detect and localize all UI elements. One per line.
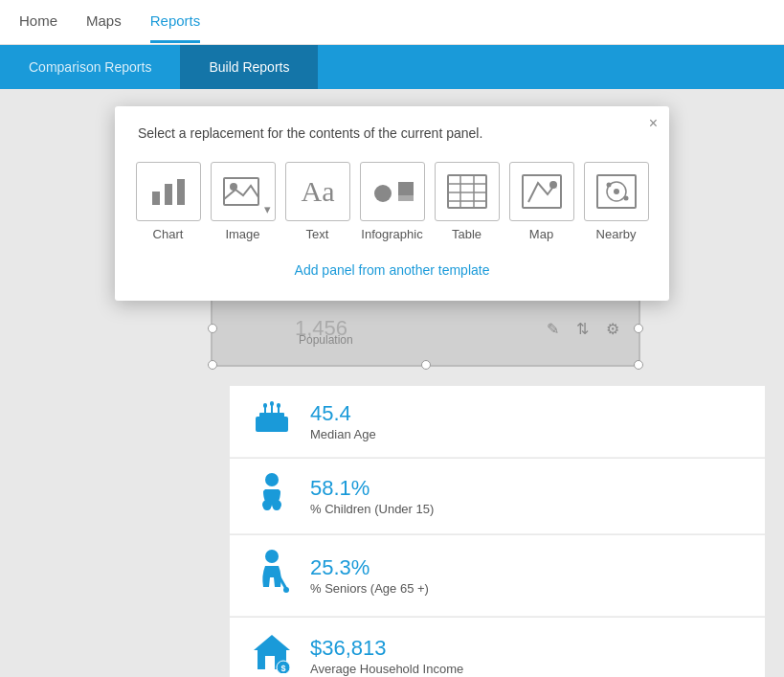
stat-children-values: 58.1% % Children (Under 15) (310, 476, 434, 516)
sub-nav: Comparison Reports Build Reports (0, 45, 784, 89)
nearby-icon-box (584, 162, 649, 221)
stat-income-label: Average Household Income (310, 662, 463, 676)
resize-handle-br[interactable] (634, 360, 643, 370)
panel-type-icons: Chart ▾ Image Aa (138, 162, 646, 241)
map-icon-box (509, 162, 574, 221)
image-icon (222, 174, 264, 209)
panel-type-table[interactable]: Table (435, 162, 500, 241)
panel-type-nearby[interactable]: Nearby (584, 162, 649, 241)
svg-point-41 (283, 587, 289, 593)
settings-icon[interactable]: ⚙ (606, 320, 619, 338)
add-panel-link[interactable]: Add panel from another template (138, 262, 646, 278)
svg-rect-1 (165, 184, 172, 205)
svg-text:$: $ (280, 664, 285, 673)
table-icon-box (435, 162, 500, 221)
modal-close-button[interactable]: × (649, 116, 658, 131)
svg-point-34 (265, 473, 279, 486)
text-label: Text (306, 227, 329, 241)
report-panel: 1,456 ✎ ⇅ ⚙ Population (211, 290, 640, 367)
svg-point-19 (614, 189, 619, 194)
subnav-comparison-reports[interactable]: Comparison Reports (0, 45, 180, 89)
chart-icon-box (136, 162, 201, 221)
svg-point-6 (374, 185, 392, 202)
svg-rect-15 (523, 175, 561, 208)
map-label: Map (529, 227, 553, 241)
stat-row-seniors: 25.3% % Seniors (Age 65 +) (230, 535, 765, 617)
resize-handle-bl[interactable] (208, 360, 217, 370)
panel-type-infographic[interactable]: Infographic (360, 162, 425, 241)
panel-type-text[interactable]: Aa Text (285, 162, 350, 241)
svg-point-37 (263, 503, 271, 510)
edit-icon[interactable]: ✎ (547, 320, 559, 338)
text-icon-box: Aa (285, 162, 350, 221)
panel-type-map[interactable]: Map (509, 162, 574, 241)
svg-rect-3 (224, 178, 258, 205)
house-icon: $ (249, 631, 295, 677)
svg-text:Aa: Aa (301, 175, 334, 207)
svg-rect-0 (152, 192, 160, 205)
svg-rect-31 (263, 403, 267, 408)
stat-median-age-label: Median Age (310, 427, 376, 441)
nav-maps[interactable]: Maps (86, 1, 122, 43)
svg-rect-33 (277, 403, 280, 408)
svg-point-38 (273, 503, 280, 510)
svg-rect-2 (177, 179, 185, 205)
sort-icon[interactable]: ⇅ (576, 320, 589, 338)
population-label: Population (299, 333, 353, 347)
stat-income-value: $36,813 (310, 636, 463, 661)
stat-seniors-values: 25.3% % Seniors (Age 65 +) (310, 555, 429, 596)
svg-rect-43 (265, 656, 275, 669)
svg-point-21 (623, 196, 628, 201)
map-icon (521, 173, 563, 210)
stat-seniors-label: % Seniors (Age 65 +) (310, 581, 429, 596)
stat-row-income: $ $36,813 Average Household Income (230, 618, 765, 677)
nav-home[interactable]: Home (19, 1, 57, 43)
stat-income-values: $36,813 Average Household Income (310, 636, 463, 676)
nearby-label: Nearby (596, 227, 637, 241)
panel-type-image[interactable]: ▾ Image (211, 162, 276, 241)
table-label: Table (452, 227, 482, 241)
svg-rect-32 (270, 401, 274, 406)
text-icon: Aa (299, 174, 337, 209)
stat-seniors-value: 25.3% (310, 555, 429, 580)
top-nav: Home Maps Reports (0, 0, 784, 45)
chart-label: Chart (153, 227, 184, 241)
card-toolbar: ✎ ⇅ ⚙ (547, 320, 619, 338)
svg-rect-9 (448, 175, 486, 208)
resize-handle-bm[interactable] (421, 360, 431, 370)
image-label: Image (225, 227, 259, 241)
modal-description: Select a replacement for the contents of… (138, 125, 646, 141)
image-icon-box: ▾ (211, 162, 276, 221)
stat-median-age-values: 45.4 Median Age (310, 401, 376, 441)
main-content: × Select a replacement for the contents … (0, 89, 784, 677)
svg-point-20 (606, 183, 611, 188)
stat-children-value: 58.1% (310, 476, 434, 501)
svg-point-39 (265, 550, 279, 563)
stats-section: 45.4 Median Age 58.1% % Children (Under … (211, 386, 784, 677)
infographic-icon-box (360, 162, 425, 221)
stat-row-median-age: 45.4 Median Age (230, 386, 765, 458)
svg-rect-27 (259, 413, 284, 418)
chart-icon (149, 174, 188, 209)
svg-rect-8 (398, 195, 414, 201)
stat-row-children: 58.1% % Children (Under 15) (230, 459, 765, 534)
stat-children-label: % Children (Under 15) (310, 502, 434, 516)
nearby-icon (595, 173, 638, 210)
infographic-label: Infographic (361, 227, 422, 241)
nav-reports[interactable]: Reports (150, 1, 201, 43)
stat-median-age-value: 45.4 (310, 401, 376, 426)
table-icon (446, 173, 488, 210)
cake-icon (249, 399, 295, 443)
child-icon (249, 472, 295, 520)
panel-replacement-modal: × Select a replacement for the contents … (115, 106, 669, 301)
subnav-build-reports[interactable]: Build Reports (180, 45, 318, 89)
svg-rect-26 (256, 417, 288, 432)
panel-type-chart[interactable]: Chart (136, 162, 201, 241)
report-card-content: 1,456 ✎ ⇅ ⚙ Population (213, 306, 638, 350)
senior-icon (249, 549, 295, 602)
infographic-icon (371, 174, 414, 209)
